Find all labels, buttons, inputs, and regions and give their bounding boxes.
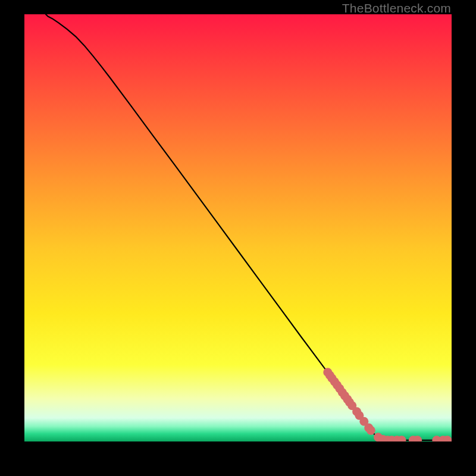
data-markers: [323, 368, 452, 441]
data-marker: [367, 426, 375, 435]
chart-curve-layer: [24, 14, 452, 441]
chart-plot-area: [24, 14, 452, 441]
bottleneck-curve: [46, 14, 452, 440]
watermark-text: TheBottleneck.com: [342, 1, 451, 15]
